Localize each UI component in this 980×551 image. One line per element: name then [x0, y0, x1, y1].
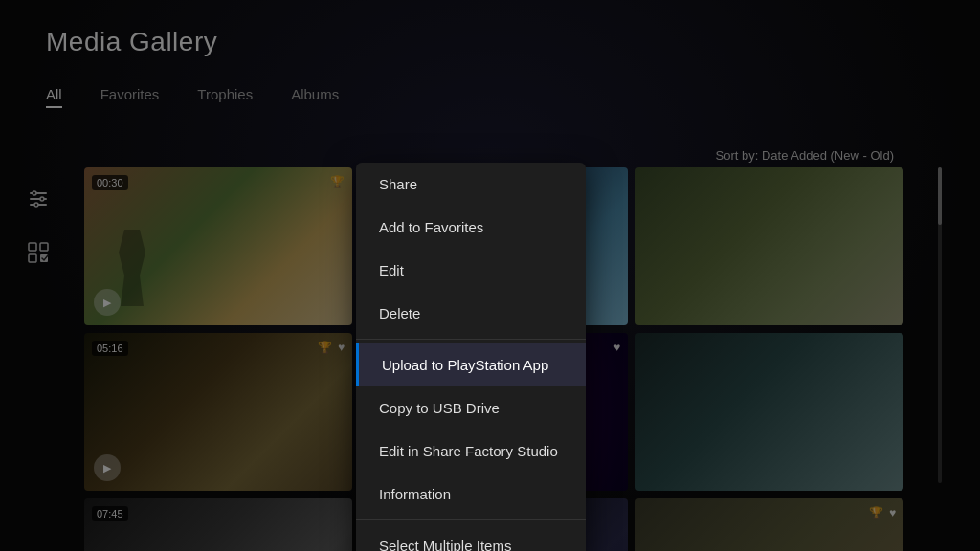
menu-item-copy-usb[interactable]: Copy to USB Drive	[356, 386, 586, 430]
menu-item-share-factory[interactable]: Edit in Share Factory Studio	[356, 430, 586, 473]
menu-divider-2	[356, 519, 586, 520]
menu-item-share[interactable]: Share	[356, 163, 586, 206]
menu-item-select-multiple[interactable]: Select Multiple Items	[356, 524, 586, 551]
menu-item-information[interactable]: Information	[356, 473, 586, 516]
menu-item-add-favorites[interactable]: Add to Favorites	[356, 206, 586, 249]
menu-divider-1	[356, 339, 586, 340]
menu-item-edit[interactable]: Edit	[356, 249, 586, 292]
menu-item-delete[interactable]: Delete	[356, 292, 586, 335]
menu-item-upload-ps[interactable]: Upload to PlayStation App	[356, 343, 586, 386]
context-menu: Share Add to Favorites Edit Delete Uploa…	[356, 163, 586, 551]
